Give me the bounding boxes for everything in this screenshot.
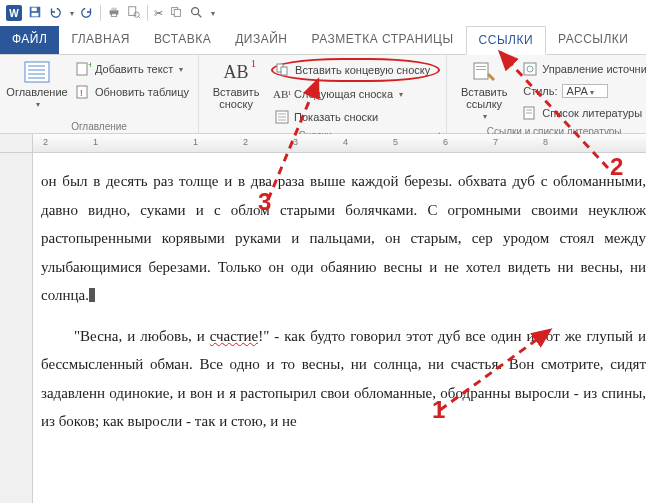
svg-point-11: [192, 8, 199, 15]
cut-icon[interactable]: ✂: [154, 7, 163, 20]
app-word-icon: W: [6, 5, 22, 21]
tab-layout[interactable]: РАЗМЕТКА СТРАНИЦЫ: [300, 26, 466, 54]
horizontal-ruler[interactable]: 2 1 1 2 3 4 5 6 7 8: [33, 134, 646, 152]
group-citations: Вставить ссылку ▾ Управление источник Ст…: [447, 55, 646, 133]
group-footnotes: AB1 Вставить сноску Вставить концевую сн…: [199, 55, 447, 133]
ruler-row: 2 1 1 2 3 4 5 6 7 8: [0, 134, 646, 153]
page-area: он был в десять раз толще и в два раза в…: [0, 153, 646, 503]
next-footnote-icon: AB¹: [274, 86, 290, 102]
insert-footnote-button[interactable]: AB1 Вставить сноску: [205, 58, 267, 110]
tab-mailings[interactable]: РАССЫЛКИ: [546, 26, 640, 54]
citation-style-row: Стиль: APA▾: [519, 81, 646, 101]
svg-text:!: !: [80, 88, 83, 98]
find-icon[interactable]: [189, 5, 203, 21]
bibliography-label: Список литературы: [542, 107, 642, 119]
update-toc-button[interactable]: ! Обновить таблицу: [72, 81, 192, 103]
svg-rect-6: [129, 7, 136, 16]
save-icon[interactable]: [28, 5, 42, 21]
svg-rect-1: [32, 8, 37, 12]
toc-button[interactable]: Оглавление ▾: [6, 58, 68, 109]
svg-rect-23: [281, 67, 287, 75]
add-text-label: Добавить текст: [95, 63, 173, 75]
separator: [100, 5, 101, 21]
insert-footnote-label: Вставить сноску: [213, 86, 260, 110]
toc-label: Оглавление: [6, 86, 67, 98]
separator: [147, 5, 148, 21]
toc-icon: [23, 60, 51, 84]
svg-rect-30: [476, 69, 486, 70]
show-notes-button[interactable]: Показать сноски: [271, 106, 440, 128]
insert-endnote-label: Вставить концевую сноску: [295, 64, 430, 76]
insert-endnote-button[interactable]: Вставить концевую сноску: [271, 58, 440, 82]
manage-sources-button[interactable]: Управление источник: [519, 58, 646, 80]
print-preview-icon[interactable]: [127, 5, 141, 21]
quick-print-icon[interactable]: [107, 5, 121, 21]
svg-rect-13: [25, 62, 49, 82]
tab-design[interactable]: ДИЗАЙН: [223, 26, 299, 54]
redo-icon[interactable]: [80, 5, 94, 21]
svg-rect-18: [77, 63, 87, 75]
show-notes-icon: [274, 109, 290, 125]
update-toc-label: Обновить таблицу: [95, 86, 189, 98]
group-toc-label: Оглавление: [6, 119, 192, 132]
svg-rect-28: [474, 63, 488, 79]
tab-references[interactable]: ССЫЛКИ: [466, 26, 546, 55]
qat-customize-icon[interactable]: ▾: [211, 9, 215, 18]
tab-insert[interactable]: ВСТАВКА: [142, 26, 223, 54]
svg-rect-31: [524, 63, 536, 75]
footnote-icon: AB1: [222, 60, 250, 84]
ruler-corner: [0, 134, 33, 152]
chevron-down-icon: ▾: [399, 90, 403, 99]
refresh-icon: !: [75, 84, 91, 100]
tab-file[interactable]: ФАЙЛ: [0, 26, 59, 54]
insert-citation-button[interactable]: Вставить ссылку ▾: [453, 58, 515, 121]
svg-rect-5: [111, 14, 116, 17]
svg-rect-2: [32, 13, 39, 17]
endnote-icon: [275, 62, 291, 78]
copy-icon[interactable]: [169, 5, 183, 21]
style-label: Стиль:: [523, 85, 557, 97]
ribbon: Оглавление ▾ + Добавить текст ▾ ! Обнови…: [0, 55, 646, 134]
manage-sources-icon: [522, 61, 538, 77]
tab-home[interactable]: ГЛАВНАЯ: [59, 26, 142, 54]
show-notes-label: Показать сноски: [294, 111, 378, 123]
svg-rect-10: [174, 9, 180, 16]
vertical-ruler[interactable]: [0, 153, 33, 503]
group-toc: Оглавление ▾ + Добавить текст ▾ ! Обнови…: [0, 55, 199, 133]
insert-citation-label: Вставить ссылку: [461, 86, 508, 110]
style-select[interactable]: APA▾: [562, 84, 608, 98]
chevron-down-icon: ▾: [483, 112, 487, 121]
bibliography-button[interactable]: Список литературы ▾: [519, 102, 646, 124]
add-text-button[interactable]: + Добавить текст ▾: [72, 58, 192, 80]
next-footnote-label: Следующая сноска: [294, 88, 393, 100]
document-page[interactable]: он был в десять раз толще и в два раза в…: [33, 153, 646, 503]
chevron-down-icon: ▾: [36, 100, 40, 109]
chevron-down-icon: ▾: [179, 65, 183, 74]
next-footnote-button[interactable]: AB¹ Следующая сноска ▾: [271, 83, 440, 105]
text-cursor: [89, 288, 95, 302]
manage-sources-label: Управление источник: [542, 63, 646, 75]
paragraph: он был в десять раз толще и в два раза в…: [41, 167, 646, 310]
undo-dropdown-icon[interactable]: ▾: [70, 9, 74, 18]
svg-rect-29: [476, 66, 486, 67]
paragraph: "Весна, и любовь, и счастие!" - как будт…: [41, 322, 646, 436]
ribbon-tabs: ФАЙЛ ГЛАВНАЯ ВСТАВКА ДИЗАЙН РАЗМЕТКА СТР…: [0, 26, 646, 55]
svg-text:+: +: [88, 61, 91, 70]
undo-icon[interactable]: [48, 5, 62, 21]
citation-icon: [470, 60, 498, 84]
quick-access-toolbar: W ▾ ✂ ▾: [0, 0, 646, 26]
svg-line-8: [138, 16, 140, 18]
bibliography-icon: [522, 105, 538, 121]
svg-line-12: [198, 14, 202, 18]
add-text-icon: +: [75, 61, 91, 77]
svg-rect-4: [111, 8, 116, 11]
